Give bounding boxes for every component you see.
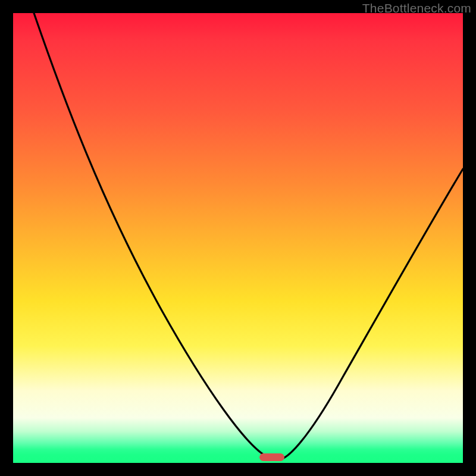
optimal-marker (259, 453, 284, 461)
curve-path (34, 13, 463, 459)
bottleneck-curve (13, 13, 463, 463)
attribution-text: TheBottleneck.com (362, 1, 471, 15)
chart-frame: TheBottleneck.com (0, 0, 476, 476)
